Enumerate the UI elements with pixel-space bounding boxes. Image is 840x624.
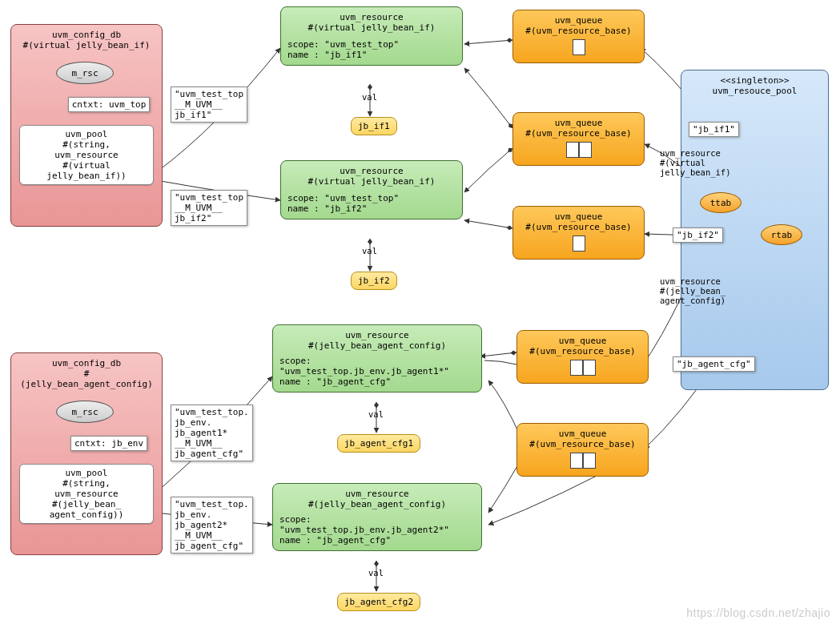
resource-2: uvm_resource #(virtual jelly_bean_if) sc… [280,160,463,219]
config-db-2: uvm_config_db #(jelly_bean_agent_config)… [10,352,163,555]
val-1: val [362,92,377,102]
lab-jbagentcfg: "jb_agent_cfg" [673,356,755,372]
subtitle: #(virtual jelly_bean_if) [18,40,155,50]
resource-1: uvm_resource #(virtual jelly_bean_if) sc… [280,6,463,66]
config-db-1: uvm_config_db #(virtual jelly_bean_if) m… [10,24,163,227]
edge-label-3: "uvm_test_top. jb_env. jb_agent1* __M_UV… [171,405,253,461]
queue-2: uvm_queue #(uvm_resource_base) [512,112,645,166]
lab-restype2: uvm_resource #(jelly_bean_ agent_config) [660,276,725,305]
jb-if1: jb_if1 [351,117,397,135]
jb-agent-cfg2: jb_agent_cfg2 [337,593,420,611]
val-4: val [368,568,384,578]
svg-line-6 [480,352,516,356]
resource-4: uvm_resource #(jelly_bean_agent_config) … [272,483,482,551]
jb-agent-cfg1: jb_agent_cfg1 [337,434,420,453]
m-rsc-ellipse-2: m_rsc [56,401,114,423]
svg-line-4 [464,40,512,44]
title: uvm_config_db [18,30,155,40]
m-rsc-ellipse: m_rsc [56,62,114,84]
svg-line-5 [464,220,512,228]
edge-label-1: "uvm_test_top __M_UVM__ jb_if1" [171,87,247,123]
edge-label-2: "uvm_test_top __M_UVM__ jb_if2" [171,190,247,226]
uvm-pool-box: uvm_pool #(string, uvm_resource #(virtua… [19,125,154,185]
watermark: https://blog.csdn.net/zhajio [686,606,830,619]
uvm-pool-box-2: uvm_pool #(string, uvm_resource #(jelly_… [19,464,154,524]
lab-jbif1: "jb_if1" [689,122,739,137]
queue-3: uvm_queue #(uvm_resource_base) [512,206,645,260]
lab-jbif2: "jb_if2" [673,227,723,243]
resource-3: uvm_resource #(jelly_bean_agent_config) … [272,324,482,393]
val-2: val [362,246,377,256]
jb-if2: jb_if2 [351,272,397,290]
cntxt-label-2: cntxt: jb_env [70,436,147,451]
val-3: val [368,409,384,419]
queue-4: uvm_queue #(uvm_resource_base) [516,330,649,384]
ttab-ellipse: ttab [700,192,742,213]
rtab-ellipse: rtab [761,224,802,245]
queue-1: uvm_queue #(uvm_resource_base) [512,10,645,63]
edge-label-4: "uvm_test_top. jb_env. jb_agent2* __M_UV… [171,497,253,554]
cntxt-label: cntxt: uvm_top [68,97,151,112]
lab-restype1: uvm_resource #(virtual jelly_bean_if) [660,148,731,177]
queue-5: uvm_queue #(uvm_resource_base) [516,423,649,477]
